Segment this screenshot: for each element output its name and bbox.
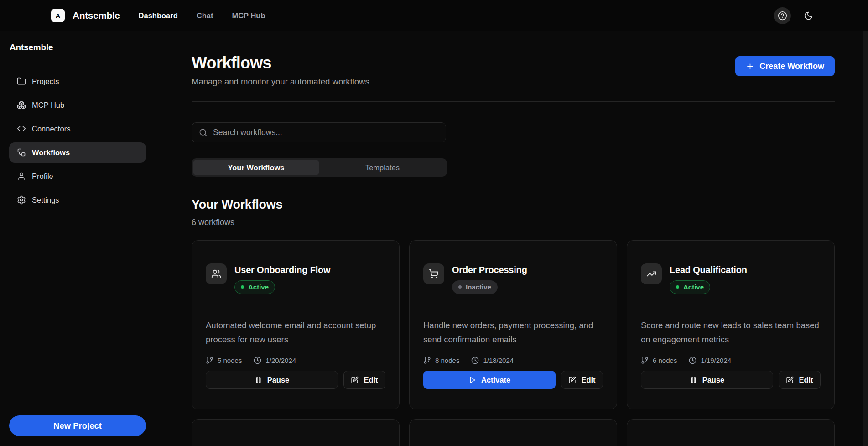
pause-label: Pause	[267, 376, 290, 384]
workflow-icon	[17, 148, 26, 157]
date-label: 1/20/2024	[265, 357, 296, 364]
card-actions: Pause Edit	[206, 371, 385, 389]
edit-icon	[351, 376, 359, 384]
theme-toggle-button[interactable]	[800, 7, 817, 24]
status-dot-icon	[241, 285, 244, 289]
workflow-grid: User Onboarding Flow Active Automated we…	[192, 240, 835, 446]
pause-button[interactable]: Pause	[641, 371, 773, 389]
boxes-icon	[17, 100, 26, 110]
users-icon	[206, 263, 227, 284]
status-dot-icon	[676, 285, 679, 289]
sidebar-item-profile[interactable]: Profile	[9, 166, 146, 186]
activate-label: Activate	[481, 376, 510, 384]
sidebar-title: Antsemble	[9, 42, 146, 52]
page-header: Workflows Manage and monitor your automa…	[192, 53, 835, 102]
create-workflow-button[interactable]: Create Workflow	[735, 56, 835, 76]
edit-button[interactable]: Edit	[343, 371, 385, 389]
activate-button[interactable]: Activate	[423, 371, 556, 389]
sidebar-item-settings[interactable]: Settings	[9, 190, 146, 210]
card-title: Order Processing	[452, 263, 527, 275]
sidebar: Antsemble Projects MCP Hub Connectors	[0, 31, 155, 446]
workflow-card-partial	[409, 419, 617, 446]
page-title: Workflows	[192, 53, 369, 72]
git-branch-icon	[423, 357, 431, 364]
scrollbar-track[interactable]	[863, 31, 868, 446]
sidebar-item-mcp-hub[interactable]: MCP Hub	[9, 95, 146, 115]
last-updated: 1/19/2024	[689, 357, 731, 364]
clock-icon	[689, 357, 696, 364]
folder-icon	[17, 77, 26, 86]
topnav-mcp-hub[interactable]: MCP Hub	[232, 11, 265, 20]
clock-icon	[471, 357, 479, 364]
pause-icon	[255, 376, 262, 384]
code-icon	[17, 124, 26, 133]
search-box[interactable]	[192, 122, 446, 142]
status-label: Active	[683, 283, 704, 291]
sidebar-item-label: Profile	[32, 172, 53, 181]
nodes-label: 5 nodes	[218, 357, 242, 364]
sidebar-item-workflows[interactable]: Workflows	[9, 142, 146, 163]
trending-up-icon	[641, 263, 662, 284]
edit-label: Edit	[581, 376, 595, 384]
git-branch-icon	[206, 357, 213, 364]
pause-button[interactable]: Pause	[206, 371, 338, 389]
pause-label: Pause	[702, 376, 725, 384]
main-content: Workflows Manage and monitor your automa…	[155, 31, 868, 446]
sidebar-item-label: MCP Hub	[32, 101, 64, 110]
status-badge: Active	[234, 280, 275, 294]
search-icon	[199, 128, 208, 137]
sidebar-item-connectors[interactable]: Connectors	[9, 119, 146, 139]
app-logo: A	[51, 9, 65, 22]
help-button[interactable]	[774, 7, 791, 24]
card-actions: Activate Edit	[423, 371, 603, 389]
edit-icon	[786, 376, 794, 384]
gear-icon	[17, 195, 26, 205]
edit-button[interactable]: Edit	[779, 371, 821, 389]
tab-your-workflows[interactable]: Your Workflows	[193, 160, 319, 175]
card-description: Handle new orders, payment processing, a…	[423, 319, 603, 346]
help-circle-icon	[778, 11, 787, 21]
user-icon	[17, 172, 26, 181]
card-description: Automated welcome email and account setu…	[206, 319, 385, 346]
sidebar-nav: Projects MCP Hub Connectors Workflows	[9, 71, 146, 210]
brand-name: Antsemble	[73, 10, 120, 21]
card-meta: 8 nodes 1/18/2024	[423, 357, 603, 364]
status-dot-icon	[458, 285, 462, 289]
page-subtitle: Manage and monitor your automated workfl…	[192, 77, 369, 87]
topnav-dashboard[interactable]: Dashboard	[139, 11, 178, 20]
workflow-card-user-onboarding: User Onboarding Flow Active Automated we…	[192, 240, 400, 409]
section-title: Your Workflows	[192, 198, 835, 212]
moon-icon	[804, 11, 813, 21]
card-title: Lead Qualification	[670, 263, 747, 275]
workflow-count: 6 workflows	[192, 218, 835, 227]
play-icon	[468, 376, 476, 384]
sidebar-item-projects[interactable]: Projects	[9, 71, 146, 91]
edit-button[interactable]: Edit	[561, 371, 603, 389]
tab-templates[interactable]: Templates	[319, 160, 446, 175]
card-header: Order Processing Inactive	[423, 263, 603, 294]
card-actions: Pause Edit	[641, 371, 821, 389]
new-project-button[interactable]: New Project	[9, 415, 146, 436]
edit-label: Edit	[799, 376, 813, 384]
date-label: 1/18/2024	[483, 357, 514, 364]
sidebar-item-label: Settings	[32, 196, 59, 205]
shopping-cart-icon	[423, 263, 444, 284]
clock-icon	[254, 357, 261, 364]
git-branch-icon	[641, 357, 649, 364]
sidebar-item-label: Projects	[32, 77, 59, 86]
workflow-card-partial	[192, 419, 400, 446]
pause-icon	[690, 376, 697, 384]
card-meta: 6 nodes 1/19/2024	[641, 357, 821, 364]
edit-label: Edit	[364, 376, 378, 384]
nodes-count: 6 nodes	[641, 357, 677, 364]
last-updated: 1/18/2024	[471, 357, 514, 364]
edit-icon	[568, 376, 576, 384]
workflow-tabs: Your Workflows Templates	[192, 158, 447, 177]
last-updated: 1/20/2024	[254, 357, 296, 364]
card-header: Lead Qualification Active	[641, 263, 821, 294]
nodes-count: 5 nodes	[206, 357, 242, 364]
workflow-card-partial	[627, 419, 835, 446]
search-input[interactable]	[213, 128, 439, 137]
workflow-card-order-processing: Order Processing Inactive Handle new ord…	[409, 240, 617, 409]
topnav-chat[interactable]: Chat	[197, 11, 213, 20]
